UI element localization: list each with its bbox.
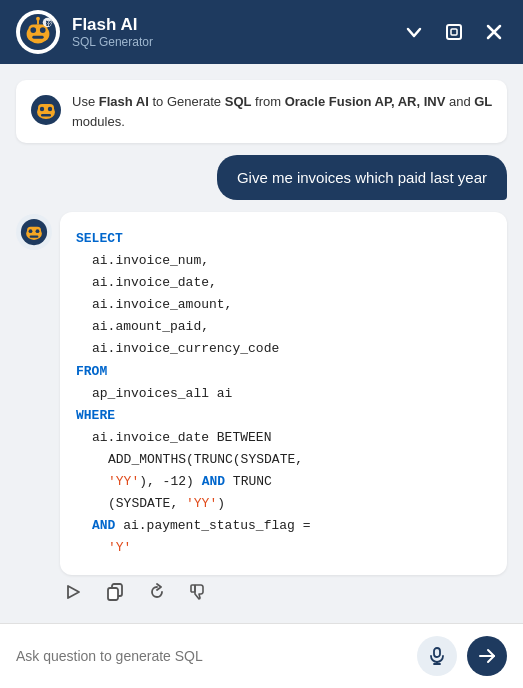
expand-icon (443, 21, 465, 43)
send-icon (478, 647, 496, 665)
sql-sysdate: (SYSDATE, (108, 496, 186, 511)
svg-point-3 (30, 27, 36, 33)
refresh-button[interactable] (144, 579, 170, 605)
user-message-bubble: Give me invoices which paid last year (217, 155, 507, 200)
sql-yy-str2: 'YY' (186, 496, 217, 511)
sql-payment-flag: ai.payment_status_flag = (115, 518, 310, 533)
sql-close-paren: ), -12) (139, 474, 201, 489)
mic-button[interactable] (417, 636, 457, 676)
sql-col5: ai.invoice_currency_code (92, 341, 279, 356)
sql-and-keyword2: AND (92, 518, 115, 533)
modules-label: Oracle Fusion AP, AR, INV (285, 94, 446, 109)
svg-point-4 (40, 27, 46, 33)
svg-rect-5 (32, 36, 43, 39)
expand-button[interactable] (441, 19, 467, 45)
sql-col3: ai.invoice_amount, (92, 297, 232, 312)
sql-y-value: 'Y' (108, 540, 131, 555)
svg-rect-19 (41, 114, 51, 117)
close-icon (483, 21, 505, 43)
copy-icon (106, 583, 124, 601)
svg-rect-25 (30, 236, 39, 238)
banner-logo (30, 94, 62, 126)
mic-icon (428, 647, 446, 665)
sql-and-keyword1: AND (202, 474, 225, 489)
thumbs-down-icon (190, 583, 208, 601)
svg-rect-10 (447, 25, 461, 39)
svg-rect-11 (451, 29, 457, 35)
copy-button[interactable] (102, 579, 128, 605)
bot-content: SELECT ai.invoice_num, ai.invoice_date, … (60, 212, 507, 605)
sql-col4: ai.amount_paid, (92, 319, 209, 334)
run-button[interactable] (60, 579, 86, 605)
svg-point-18 (48, 107, 52, 111)
chat-input[interactable] (16, 648, 407, 664)
svg-point-17 (40, 107, 44, 111)
chevron-down-icon (403, 21, 425, 43)
sql-from-keyword: FROM (76, 364, 107, 379)
dislike-button[interactable] (186, 579, 212, 605)
sql-col2: ai.invoice_date, (92, 275, 217, 290)
play-icon (64, 583, 82, 601)
svg-rect-28 (108, 588, 118, 600)
sql-where-keyword: WHERE (76, 408, 115, 423)
sql-label: SQL (225, 94, 252, 109)
chat-area: Use Flash AI to Generate SQL from Oracle… (0, 64, 523, 623)
app-title: Flash AI (72, 15, 389, 35)
sql-code-block: SELECT ai.invoice_num, ai.invoice_date, … (60, 212, 507, 575)
sql-close-paren2: ) (217, 496, 225, 511)
sql-where-cond1: ai.invoice_date BETWEEN (92, 430, 271, 445)
info-banner: Use Flash AI to Generate SQL from Oracle… (16, 80, 507, 143)
refresh-icon (148, 583, 166, 601)
bot-response-row: SELECT ai.invoice_num, ai.invoice_date, … (16, 212, 507, 605)
svg-point-24 (36, 229, 40, 233)
svg-text:⛓: ⛓ (45, 20, 52, 27)
send-button[interactable] (467, 636, 507, 676)
banner-text: Use Flash AI to Generate SQL from Oracle… (72, 92, 493, 131)
sql-trunc: TRUNC (225, 474, 272, 489)
svg-point-23 (29, 229, 33, 233)
sql-table: ap_invoices_all ai (92, 386, 232, 401)
gl-label: GL (474, 94, 492, 109)
minimize-button[interactable] (401, 19, 427, 45)
sql-col1: ai.invoice_num, (92, 253, 209, 268)
svg-marker-26 (68, 586, 79, 598)
bot-avatar (16, 214, 52, 250)
app-subtitle: SQL Generator (72, 35, 389, 49)
sql-add-months: ADD_MONTHS(TRUNC(SYSDATE, (108, 452, 303, 467)
svg-point-7 (36, 17, 40, 21)
app-header: ⛓ Flash AI SQL Generator (0, 0, 523, 64)
sql-yy-str1: 'YY' (108, 474, 139, 489)
logo-icon: ⛓ (19, 13, 57, 51)
header-actions (401, 19, 507, 45)
svg-rect-29 (191, 585, 195, 592)
input-area (0, 623, 523, 688)
close-button[interactable] (481, 19, 507, 45)
header-text-group: Flash AI SQL Generator (72, 15, 389, 49)
svg-rect-30 (434, 648, 440, 657)
app-logo: ⛓ (16, 10, 60, 54)
sql-select-keyword: SELECT (76, 231, 123, 246)
brand-name: Flash AI (99, 94, 149, 109)
action-bar (60, 575, 507, 605)
